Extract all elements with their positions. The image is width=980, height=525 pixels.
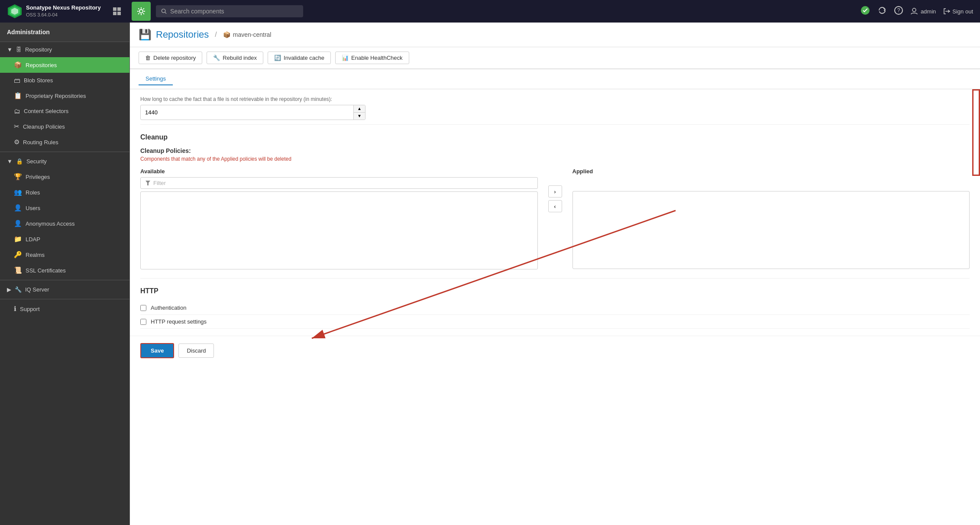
sidebar-item-routing-rules[interactable]: ⚙ Routing Rules xyxy=(0,134,129,150)
nav-admin-btn[interactable] xyxy=(132,2,151,21)
sidebar-item-realms-label: Realms xyxy=(26,252,45,258)
invalidate-cache-btn[interactable]: 🔄 Invalidate cache xyxy=(268,52,331,64)
refresh-icon[interactable] xyxy=(877,6,887,17)
breadcrumb-label: maven-central xyxy=(233,31,272,38)
move-right-btn[interactable]: › xyxy=(548,185,562,198)
move-left-btn[interactable]: ‹ xyxy=(548,200,562,212)
ldap-icon: 📁 xyxy=(14,235,22,243)
number-spinner[interactable]: ▲ ▼ xyxy=(140,105,365,120)
sidebar-item-repositories[interactable]: 📦 Repositories xyxy=(0,57,129,73)
auth-checkbox[interactable] xyxy=(140,305,146,311)
sidebar-item-ssl[interactable]: 📜 SSL Certificates xyxy=(0,262,129,278)
svg-marker-14 xyxy=(146,181,150,185)
discard-button[interactable]: Discard xyxy=(178,344,214,358)
breadcrumb-icon: 📦 xyxy=(223,31,230,38)
nav-right: ? admin Sign out xyxy=(860,5,973,18)
search-icon xyxy=(161,8,167,14)
sidebar-item-content-selectors-label: Content Selectors xyxy=(24,108,68,114)
sidebar-item-support[interactable]: ℹ Support xyxy=(0,301,129,317)
svg-rect-5 xyxy=(113,12,116,15)
signout-btn[interactable]: Sign out xyxy=(943,7,973,15)
sidebar-item-support-label: Support xyxy=(20,306,40,312)
number-input[interactable] xyxy=(141,107,353,118)
rebuild-index-label: Rebuild index xyxy=(223,55,257,61)
svg-text:?: ? xyxy=(897,7,900,13)
search-bar[interactable] xyxy=(156,5,303,17)
svg-point-7 xyxy=(139,10,143,13)
content-area[interactable]: How long to cache the fact that a file i… xyxy=(130,89,980,525)
sidebar-item-routing-label: Routing Rules xyxy=(23,139,58,146)
transfer-buttons: › ‹ xyxy=(545,185,566,212)
sidebar-item-anonymous-label: Anonymous Access xyxy=(26,220,74,227)
number-hint: How long to cache the fact that a file i… xyxy=(140,96,970,102)
sidebar-item-blob-stores-label: Blob Stores xyxy=(24,77,53,84)
status-icon[interactable] xyxy=(860,5,870,18)
sidebar-group-security[interactable]: ▼ 🔒 Security xyxy=(0,154,129,169)
help-icon[interactable]: ? xyxy=(894,6,903,17)
spinner-up[interactable]: ▲ xyxy=(354,105,365,112)
sidebar-item-ldap[interactable]: 📁 LDAP xyxy=(0,231,129,247)
applied-col: Applied xyxy=(572,168,970,269)
sidebar-item-cleanup-policies[interactable]: ✂ Cleanup Policies xyxy=(0,119,129,134)
page-title: Repositories xyxy=(156,29,209,40)
sidebar-group-iq-label: IQ Server xyxy=(25,286,49,293)
sidebar-item-cleanup-label: Cleanup Policies xyxy=(23,123,65,130)
sidebar-item-blob-stores[interactable]: 🗃 Blob Stores xyxy=(0,73,129,88)
ssl-icon: 📜 xyxy=(14,266,22,274)
privileges-icon: 🏆 xyxy=(14,173,22,181)
sidebar-group-repository[interactable]: ▼ 🗄 Repository xyxy=(0,42,129,57)
username: admin xyxy=(921,8,936,15)
http-request-label[interactable]: HTTP request settings xyxy=(151,318,207,325)
breadcrumb: 📦 maven-central xyxy=(223,31,272,38)
cleanup-layout: Available Filter › ‹ Applied xyxy=(140,168,970,269)
sidebar-item-roles[interactable]: 👥 Roles xyxy=(0,185,129,200)
sidebar: Administration ▼ 🗄 Repository 📦 Reposito… xyxy=(0,23,130,525)
sidebar-item-users-label: Users xyxy=(26,205,40,211)
http-title: HTTP xyxy=(140,287,970,295)
auth-label[interactable]: Authentication xyxy=(151,305,186,311)
available-list[interactable] xyxy=(140,191,538,269)
brand: Sonatype Nexus Repository OSS 3.64.0-04 xyxy=(7,3,102,19)
bottom-actions: Save Discard xyxy=(130,336,980,365)
page-header-icon: 💾 xyxy=(139,29,152,41)
users-icon: 👤 xyxy=(14,204,22,212)
top-nav: Sonatype Nexus Repository OSS 3.64.0-04 … xyxy=(0,0,980,23)
applied-list[interactable] xyxy=(572,191,970,269)
iq-icon: 🔧 xyxy=(15,286,22,293)
http-request-checkbox[interactable] xyxy=(140,319,146,325)
wrench-icon: 🔧 xyxy=(213,55,220,61)
auth-row: Authentication xyxy=(140,301,970,315)
arrow-down-icon: ▼ xyxy=(7,46,13,53)
arrow-right-icon: ▶ xyxy=(7,286,11,293)
support-icon: ℹ xyxy=(14,305,16,313)
tab-settings[interactable]: Settings xyxy=(139,73,173,85)
filter-box[interactable]: Filter xyxy=(140,177,538,189)
sidebar-item-content-selectors[interactable]: 🗂 Content Selectors xyxy=(0,104,129,119)
rebuild-index-btn[interactable]: 🔧 Rebuild index xyxy=(207,52,263,64)
sidebar-item-realms[interactable]: 🔑 Realms xyxy=(0,247,129,262)
arrow-down-icon2: ▼ xyxy=(7,158,13,165)
sidebar-item-users[interactable]: 👤 Users xyxy=(0,200,129,216)
save-button[interactable]: Save xyxy=(140,343,174,358)
user-menu[interactable]: admin xyxy=(910,7,936,15)
healthcheck-btn[interactable]: 📊 Enable HealthCheck xyxy=(335,52,409,64)
sidebar-item-anonymous-access[interactable]: 👤 Anonymous Access xyxy=(0,216,129,231)
spinner-buttons: ▲ ▼ xyxy=(353,105,365,120)
svg-rect-6 xyxy=(117,12,121,15)
spinner-down[interactable]: ▼ xyxy=(354,112,365,120)
healthcheck-label: Enable HealthCheck xyxy=(351,55,403,61)
main-content: 💾 Repositories / 📦 maven-central 🗑 Delet… xyxy=(130,23,980,525)
search-input[interactable] xyxy=(170,8,298,15)
svg-point-8 xyxy=(162,9,165,13)
brand-version: OSS 3.64.0-04 xyxy=(26,12,101,18)
cleanup-subtitle: Cleanup Policies: xyxy=(140,147,970,154)
sidebar-group-iq[interactable]: ▶ 🔧 IQ Server xyxy=(0,282,129,297)
brand-logo xyxy=(7,3,23,19)
nav-components-btn[interactable] xyxy=(107,2,126,21)
sidebar-item-proprietary-repositories[interactable]: 📋 Proprietary Repositories xyxy=(0,88,129,104)
sidebar-item-privileges[interactable]: 🏆 Privileges xyxy=(0,169,129,185)
delete-repo-btn[interactable]: 🗑 Delete repository xyxy=(139,52,202,64)
delete-repo-label: Delete repository xyxy=(153,55,196,61)
applied-label: Applied xyxy=(572,168,970,175)
http-section: HTTP Authentication HTTP request setting… xyxy=(140,278,970,329)
